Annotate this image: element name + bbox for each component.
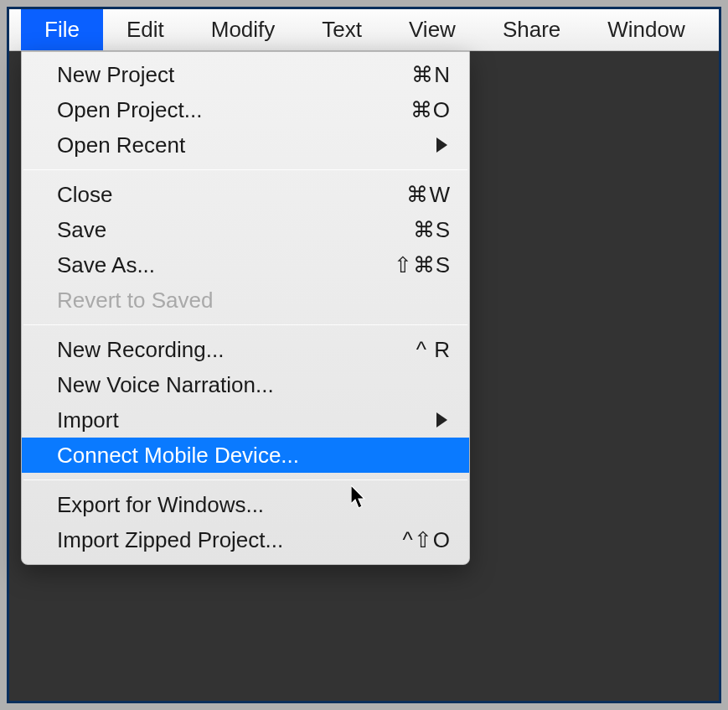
- menubar-item-modify[interactable]: Modify: [188, 9, 299, 50]
- menu-item-shortcut: ^ R: [416, 337, 451, 363]
- menu-item-export-for-windows[interactable]: Export for Windows...: [22, 487, 469, 522]
- menu-item-new-recording[interactable]: New Recording... ^ R: [22, 332, 469, 367]
- menu-item-label: Save: [57, 217, 413, 243]
- chevron-right-icon: [436, 137, 447, 153]
- menu-item-new-voice-narration[interactable]: New Voice Narration...: [22, 367, 469, 402]
- menu-item-save-as[interactable]: Save As... ⇧⌘S: [22, 247, 469, 282]
- menu-item-label: New Project: [57, 62, 411, 88]
- menu-item-open-project[interactable]: Open Project... ⌘O: [22, 92, 469, 127]
- menu-item-revert-to-saved: Revert to Saved: [22, 282, 469, 318]
- app-window: File Edit Modify Text View Share Window …: [7, 7, 721, 703]
- chevron-right-icon: [436, 412, 447, 428]
- menubar-item-view[interactable]: View: [385, 9, 479, 50]
- menu-item-label: Close: [57, 182, 406, 208]
- menu-item-open-recent[interactable]: Open Recent: [22, 127, 469, 163]
- menubar-item-window[interactable]: Window: [584, 9, 708, 50]
- menu-item-label: Open Recent: [57, 132, 436, 158]
- menu-item-label: Revert to Saved: [57, 288, 451, 314]
- file-menu-dropdown: New Project ⌘N Open Project... ⌘O Open R…: [21, 51, 470, 565]
- menubar-item-file[interactable]: File: [21, 9, 103, 50]
- menu-item-shortcut: ⇧⌘S: [394, 252, 451, 278]
- menu-item-label: Import Zipped Project...: [57, 527, 403, 553]
- menu-item-connect-mobile-device[interactable]: Connect Mobile Device...: [22, 438, 469, 473]
- menu-item-import[interactable]: Import: [22, 402, 469, 438]
- menu-item-close[interactable]: Close ⌘W: [22, 177, 469, 212]
- menu-item-new-project[interactable]: New Project ⌘N: [22, 57, 469, 92]
- menu-separator: [23, 169, 467, 170]
- menubar-item-share[interactable]: Share: [479, 9, 584, 50]
- menu-item-label: Import: [57, 407, 436, 433]
- menubar-item-edit[interactable]: Edit: [103, 9, 188, 50]
- menubar: File Edit Modify Text View Share Window: [9, 9, 719, 51]
- menu-item-shortcut: ^⇧O: [403, 527, 451, 553]
- menu-item-label: New Recording...: [57, 337, 416, 363]
- menu-item-import-zipped-project[interactable]: Import Zipped Project... ^⇧O: [22, 522, 469, 557]
- menu-item-shortcut: ⌘S: [413, 217, 451, 243]
- menu-item-label: Connect Mobile Device...: [57, 443, 451, 469]
- menu-separator: [23, 324, 467, 325]
- menu-item-shortcut: ⌘N: [411, 62, 451, 88]
- menu-item-label: Open Project...: [57, 97, 410, 123]
- menu-item-shortcut: ⌘W: [406, 182, 451, 208]
- menu-item-shortcut: ⌘O: [410, 97, 451, 123]
- menubar-item-text[interactable]: Text: [298, 9, 385, 50]
- menu-item-label: Save As...: [57, 252, 394, 278]
- menu-separator: [23, 479, 467, 480]
- menu-item-save[interactable]: Save ⌘S: [22, 212, 469, 247]
- menubar-spacer: [9, 9, 21, 50]
- menu-item-label: Export for Windows...: [57, 492, 451, 518]
- menu-item-label: New Voice Narration...: [57, 372, 451, 398]
